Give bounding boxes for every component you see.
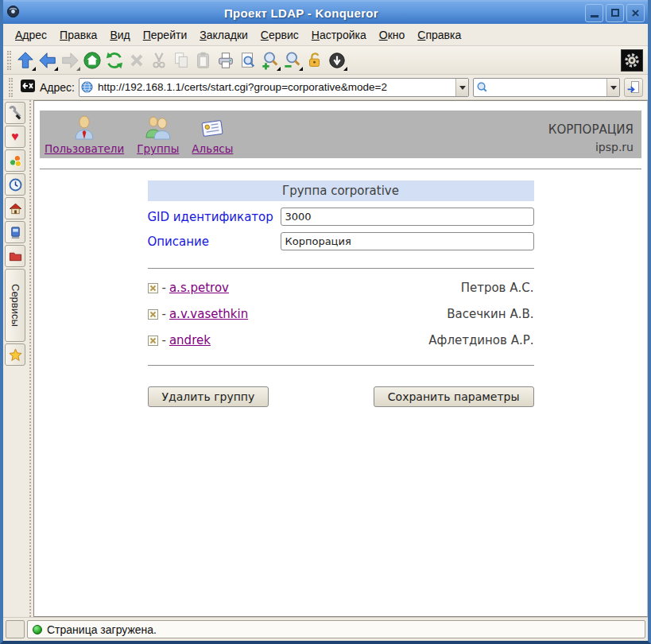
- menu-address[interactable]: Адрес: [10, 26, 52, 44]
- description-input[interactable]: [281, 232, 534, 250]
- sidebar-tab-root[interactable]: [5, 245, 25, 267]
- remove-member-icon[interactable]: [148, 309, 158, 320]
- minimize-button[interactable]: [585, 4, 603, 22]
- member-full-name: Афлетдинов А.Р.: [428, 333, 533, 347]
- globe-icon: [79, 81, 95, 93]
- gid-row: GID идентификатор: [148, 208, 534, 226]
- menu-tools[interactable]: Сервис: [255, 26, 304, 44]
- window-app-icon[interactable]: [6, 5, 20, 21]
- star-icon: [9, 348, 22, 362]
- nav-groups[interactable]: Группы: [137, 114, 179, 155]
- nav-aliases[interactable]: Альясы: [192, 114, 233, 155]
- search-combobox: [473, 78, 620, 97]
- main-area: ♥ Сервисы Пользователи Группы: [3, 100, 648, 617]
- org-name: КОРПОРАЦИЯ: [548, 121, 634, 139]
- statusbar-panel: Страница загружена.: [27, 620, 645, 638]
- group-form: Группа corporative GID идентификатор Опи…: [148, 180, 534, 407]
- form-actions: Удалить группу Сохранить параметры: [148, 386, 534, 407]
- sidebar-tab-extras[interactable]: [5, 149, 25, 172]
- search-dropdown-button[interactable]: [606, 79, 619, 96]
- member-login-link[interactable]: a.v.vasethkin: [169, 307, 248, 321]
- clock-icon: [9, 178, 22, 192]
- member-login-link[interactable]: andrek: [169, 333, 211, 347]
- security-lock-button[interactable]: [304, 49, 326, 72]
- browser-viewport: Пользователи Группы Альясы КОРПОРАЦИЯ ip…: [33, 100, 648, 617]
- sidebar-tab-services[interactable]: Сервисы: [5, 269, 25, 342]
- sidebar-tab-bookmarks[interactable]: ♥: [5, 126, 25, 148]
- multicolor-dots-icon: [9, 154, 22, 168]
- home-folder-icon: [9, 202, 22, 215]
- stop-button[interactable]: [126, 49, 148, 72]
- paste-button[interactable]: [192, 49, 215, 72]
- menu-go[interactable]: Перейти: [138, 26, 192, 44]
- toolbar-handle[interactable]: [7, 51, 11, 70]
- up-button[interactable]: [14, 49, 37, 72]
- member-row: - a.s.petrov Петров А.С.: [148, 281, 534, 295]
- remove-member-icon[interactable]: [148, 283, 158, 293]
- maximize-button[interactable]: [606, 4, 624, 22]
- gid-input[interactable]: [281, 208, 534, 226]
- member-row: - a.v.vasethkin Васечкин А.В.: [148, 307, 534, 321]
- forward-button[interactable]: [59, 49, 81, 72]
- group-icon: [145, 114, 172, 142]
- nav-users[interactable]: Пользователи: [45, 114, 124, 155]
- go-button[interactable]: [624, 78, 643, 97]
- print-button[interactable]: [215, 49, 237, 72]
- location-toolbar-handle[interactable]: [9, 78, 13, 97]
- menu-window[interactable]: Окно: [374, 26, 411, 44]
- header-separator: [40, 169, 641, 169]
- member-full-name: Васечкин А.В.: [447, 307, 533, 321]
- search-icon: [474, 81, 490, 93]
- home-button[interactable]: [81, 49, 103, 72]
- kde-gear-throbber[interactable]: [621, 49, 643, 72]
- device-icon: [9, 226, 22, 239]
- statusbar-corner[interactable]: [6, 620, 25, 638]
- url-combobox: [79, 78, 469, 97]
- member-row: - andrek Афлетдинов А.Р.: [148, 333, 534, 347]
- menu-bookmarks[interactable]: Закладки: [194, 26, 254, 44]
- save-params-button[interactable]: Сохранить параметры: [374, 386, 534, 407]
- page-header: Пользователи Группы Альясы КОРПОРАЦИЯ ip…: [40, 111, 641, 158]
- navigation-sidebar: ♥ Сервисы: [3, 100, 27, 617]
- status-led-icon: [33, 625, 42, 634]
- menu-settings[interactable]: Настройка: [306, 26, 372, 44]
- sidebar-tab-favorites[interactable]: [5, 343, 25, 366]
- close-button[interactable]: ×: [626, 4, 645, 22]
- window-title: Проект LDAP - Konqueror: [20, 6, 583, 20]
- search-input[interactable]: [490, 81, 606, 93]
- member-login-link[interactable]: a.s.petrov: [169, 281, 229, 295]
- members-bottom-separator: [148, 365, 534, 366]
- back-button[interactable]: [37, 49, 59, 72]
- zoom-out-button[interactable]: [281, 49, 304, 72]
- clear-location-button[interactable]: [20, 78, 36, 97]
- members-top-separator: [148, 268, 534, 269]
- copy-button[interactable]: [170, 49, 192, 72]
- cut-button[interactable]: [148, 49, 170, 72]
- menu-edit[interactable]: Правка: [54, 26, 103, 44]
- menubar: Адрес Правка Вид Перейти Закладки Сервис…: [3, 24, 648, 46]
- sidebar-tab-home[interactable]: [5, 197, 25, 219]
- menu-help[interactable]: Справка: [412, 26, 467, 44]
- konqueror-window: Проект LDAP - Konqueror × Адрес Правка В…: [0, 0, 651, 644]
- sidebar-tab-history[interactable]: [5, 173, 25, 196]
- remove-member-icon[interactable]: [148, 336, 158, 346]
- description-row: Описание: [148, 232, 534, 250]
- delete-group-button[interactable]: Удалить группу: [148, 386, 269, 407]
- zoom-in-button[interactable]: [259, 49, 281, 72]
- menu-view[interactable]: Вид: [104, 26, 135, 44]
- gid-label: GID идентификатор: [148, 210, 281, 224]
- form-title: Группа corporative: [148, 180, 534, 201]
- user-icon: [71, 114, 98, 142]
- sidebar-tab-network[interactable]: [5, 221, 25, 243]
- go-down-button[interactable]: [326, 49, 348, 72]
- main-toolbar: [3, 46, 648, 75]
- reload-button[interactable]: [103, 49, 126, 72]
- url-dropdown-button[interactable]: [455, 79, 468, 96]
- red-folder-icon: [9, 250, 22, 263]
- description-label: Описание: [148, 235, 281, 249]
- print-preview-button[interactable]: [237, 49, 259, 72]
- sidebar-splitter[interactable]: [27, 100, 33, 617]
- url-input[interactable]: [95, 81, 455, 93]
- status-text: Страница загружена.: [47, 623, 157, 636]
- sidebar-config-button[interactable]: [5, 102, 25, 124]
